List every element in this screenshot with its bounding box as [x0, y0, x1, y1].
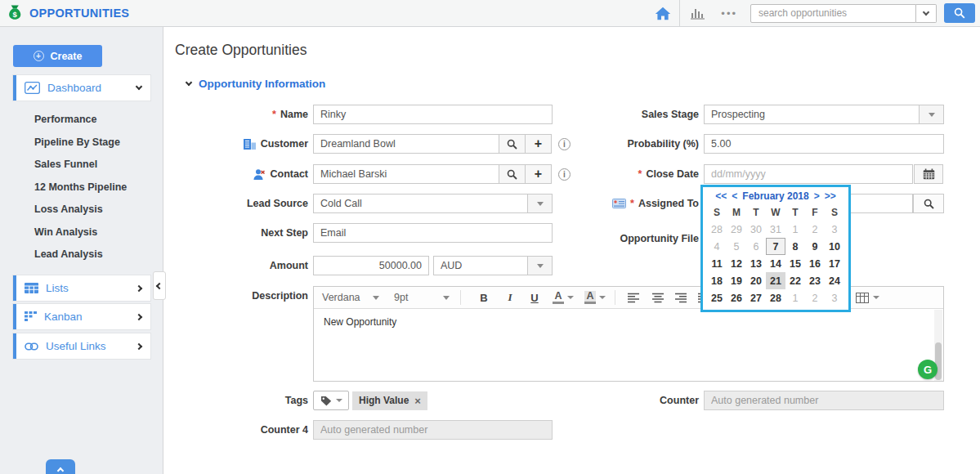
grammarly-icon[interactable]: G [918, 360, 937, 379]
create-button[interactable]: + Create [13, 45, 102, 67]
calendar-day[interactable]: 24 [825, 272, 844, 289]
contact-input[interactable] [313, 164, 499, 184]
remove-tag-icon[interactable]: × [414, 395, 421, 407]
calendar-day[interactable]: 16 [805, 255, 825, 272]
next-year-button[interactable]: >> [825, 190, 836, 202]
home-button[interactable] [646, 0, 680, 26]
next-step-label: Next Step [261, 227, 308, 239]
font-size-dropdown[interactable]: 9pt [389, 287, 454, 308]
calendar-day[interactable]: 7 [766, 238, 785, 255]
sidebar-item-12-months-pipeline[interactable]: 12 Months Pipeline [0, 177, 163, 199]
calendar-day[interactable]: 14 [766, 255, 785, 272]
bg-color-button[interactable]: A [580, 287, 610, 308]
calendar-day[interactable]: 11 [707, 255, 727, 272]
contact-add-button[interactable]: + [525, 164, 552, 184]
font-size-value: 9pt [394, 292, 408, 303]
calendar-day[interactable]: 29 [727, 221, 746, 238]
calendar-day[interactable]: 21 [766, 272, 785, 289]
sidebar-item-lists[interactable]: Lists [13, 275, 150, 301]
calendar-day[interactable]: 2 [805, 221, 825, 238]
sidebar-item-useful-links[interactable]: Useful Links [13, 333, 150, 359]
search-input[interactable] [750, 4, 916, 23]
calendar-day-header: T [746, 204, 766, 221]
reports-button[interactable] [690, 7, 706, 20]
lead-source-field-row: Lead Source Cold Call [175, 194, 553, 213]
sidebar-item-sales-funnel[interactable]: Sales Funnel [0, 154, 163, 177]
tags-dropdown-button[interactable] [313, 391, 349, 410]
sidebar-item-loss-analysis[interactable]: Loss Analysis [0, 199, 163, 221]
calendar-day[interactable]: 31 [766, 221, 785, 238]
calendar-day[interactable]: 28 [766, 289, 785, 306]
font-family-dropdown[interactable]: Verdana [317, 287, 384, 308]
font-color-button[interactable]: A [549, 287, 577, 308]
customer-search-button[interactable] [499, 134, 526, 154]
contact-search-button[interactable] [499, 164, 526, 184]
next-month-button[interactable]: > [814, 190, 820, 202]
customer-add-button[interactable]: + [525, 134, 552, 154]
prev-year-button[interactable]: << [715, 190, 727, 202]
sidebar-item-kanban[interactable]: Kanban [13, 304, 150, 329]
sidebar-item-lead-analysis[interactable]: Lead Analysis [0, 244, 163, 266]
sidebar-item-performance[interactable]: Performance [0, 109, 163, 132]
calendar-day[interactable]: 1 [785, 221, 805, 238]
lead-source-select[interactable]: Cold Call [313, 194, 553, 213]
bold-button[interactable]: B [472, 287, 495, 308]
calendar-day[interactable]: 28 [707, 221, 727, 238]
page-title: Create Opportunities [175, 42, 307, 59]
underline-button[interactable]: U [523, 287, 546, 308]
search-button[interactable] [944, 3, 975, 23]
calendar-day[interactable]: 9 [805, 238, 825, 255]
align-left-button[interactable] [623, 287, 644, 308]
calendar-day[interactable]: 23 [805, 272, 825, 289]
calendar-day[interactable]: 3 [825, 221, 844, 238]
calendar-day[interactable]: 30 [746, 221, 766, 238]
close-date-input[interactable] [704, 164, 913, 184]
align-right-button[interactable] [670, 287, 691, 308]
description-textarea[interactable]: New Opportunity G [314, 309, 943, 382]
calendar-day[interactable]: 5 [727, 238, 746, 255]
calendar-day[interactable]: 25 [707, 289, 727, 306]
more-options-icon[interactable]: ••• [721, 7, 737, 20]
tag-chip-label: High Value [359, 395, 409, 406]
calendar-day[interactable]: 22 [785, 272, 805, 289]
align-center-button[interactable] [647, 287, 669, 308]
section-opportunity-information[interactable]: Opportunity Information [186, 78, 325, 90]
calendar-day[interactable]: 8 [785, 238, 805, 255]
prev-month-button[interactable]: < [732, 190, 737, 202]
insert-table-button[interactable] [853, 287, 881, 308]
line-chart-icon [25, 82, 40, 94]
calendar-day[interactable]: 6 [746, 238, 766, 255]
probability-input[interactable] [704, 134, 944, 154]
calendar-day[interactable]: 17 [825, 255, 844, 272]
next-step-input[interactable] [313, 223, 553, 243]
sidebar-item-dashboard[interactable]: Dashboard [13, 75, 150, 101]
assigned-to-search-button[interactable] [913, 194, 944, 213]
sidebar-item-pipeline-by-stage[interactable]: Pipeline By Stage [0, 132, 163, 154]
align-left-icon [628, 293, 640, 303]
calendar-day[interactable]: 13 [746, 255, 766, 272]
calendar-day[interactable]: 4 [707, 238, 727, 255]
calendar-day[interactable]: 26 [727, 289, 746, 306]
calendar-day[interactable]: 27 [746, 289, 766, 306]
calendar-day[interactable]: 19 [727, 272, 746, 289]
calendar-day[interactable]: 18 [707, 272, 727, 289]
search-scope-dropdown[interactable] [916, 4, 937, 23]
customer-input[interactable] [313, 134, 499, 154]
amount-input[interactable] [313, 256, 429, 275]
name-input[interactable] [313, 105, 553, 124]
contact-label: Contact [270, 168, 308, 180]
calendar-day[interactable]: 2 [805, 289, 825, 306]
calendar-day[interactable]: 20 [746, 272, 766, 289]
currency-select[interactable]: AUD [433, 256, 553, 275]
sidebar-item-win-analysis[interactable]: Win Analysis [0, 221, 163, 244]
calendar-day[interactable]: 3 [825, 289, 844, 306]
calendar-day[interactable]: 10 [825, 238, 844, 255]
sales-stage-select[interactable]: Prospecting [704, 105, 944, 124]
sidebar-collapse-handle[interactable] [153, 271, 166, 300]
close-date-calendar-button[interactable] [914, 164, 943, 184]
calendar-day[interactable]: 12 [727, 255, 746, 272]
scroll-top-button[interactable] [46, 459, 75, 474]
calendar-day[interactable]: 15 [785, 255, 805, 272]
calendar-day[interactable]: 1 [785, 289, 805, 306]
italic-button[interactable]: I [499, 287, 521, 308]
